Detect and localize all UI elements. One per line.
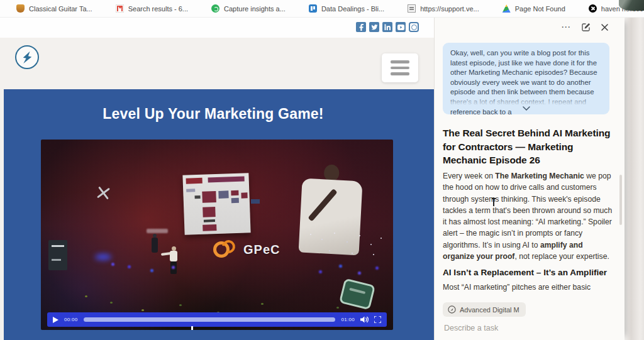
document-favicon-icon xyxy=(408,4,416,13)
x-favicon-icon xyxy=(589,4,597,13)
article-subheading: AI Isn’t a Replacement – It’s an Amplifi… xyxy=(443,268,619,277)
projected-presenter xyxy=(298,163,365,261)
hero-section: Level Up Your Marketing Game! GPeC xyxy=(4,89,434,340)
skill-chip-label: Advanced Digital M xyxy=(460,306,519,314)
fullscreen-icon[interactable] xyxy=(374,316,381,323)
stage-side-block xyxy=(251,199,260,204)
corner-overlay-shape xyxy=(619,0,644,11)
bookmark-support[interactable]: https://support.ve... xyxy=(408,4,479,13)
assistant-panel: ⋯ Okay, well, can you write a blog post … xyxy=(434,18,625,340)
pointer-marker xyxy=(191,326,193,330)
stage-green-sign xyxy=(339,278,375,310)
site-logo-lightning-icon[interactable] xyxy=(15,45,39,69)
bookmark-label: https://support.ve... xyxy=(420,5,479,13)
progress-bar[interactable] xyxy=(84,317,336,322)
bookmark-label: Search results - 6... xyxy=(128,5,188,13)
bookmark-page-not-found[interactable]: Page Not Found xyxy=(502,4,565,13)
more-options-icon[interactable]: ⋯ xyxy=(561,24,571,30)
stage-floor-lights xyxy=(85,295,87,297)
bookmark-label: Capture insights a... xyxy=(224,5,286,13)
task-input[interactable] xyxy=(444,324,608,332)
gpec-logo-text: GPeC xyxy=(243,243,280,257)
close-icon[interactable] xyxy=(601,24,608,31)
current-time: 00:00 xyxy=(64,317,78,322)
hero-title: Level Up Your Marketing Game! xyxy=(37,106,389,123)
backdrop-small-sign xyxy=(147,229,168,233)
shield-favicon-icon xyxy=(16,4,25,13)
close-icon[interactable] xyxy=(96,185,111,201)
bookmarks-bar: Classical Guitar Ta... Search results - … xyxy=(0,0,644,18)
volume-icon[interactable] xyxy=(360,316,369,323)
stage-projection-screen xyxy=(182,173,250,235)
bookmark-label: Data Dealings - Bli... xyxy=(321,5,384,13)
hamburger-menu-button[interactable] xyxy=(382,53,418,82)
gmail-favicon-icon xyxy=(116,4,124,13)
twitter-icon[interactable] xyxy=(369,22,379,32)
backdrop-lights xyxy=(310,234,311,235)
evernote-favicon-icon xyxy=(211,4,219,13)
bookmark-search-results[interactable]: Search results - 6... xyxy=(116,4,188,13)
skill-chip[interactable]: Advanced Digital M xyxy=(443,302,526,317)
video-controls-bar: 00:00 01:00 xyxy=(47,312,387,327)
stage-equipment-box xyxy=(48,240,67,270)
youtube-icon[interactable] xyxy=(396,22,406,32)
article-title: The Real Secret Behind AI Marketing for … xyxy=(443,126,616,167)
linkedin-icon[interactable] xyxy=(382,22,392,32)
speaker-on-stage xyxy=(167,246,183,279)
facebook-icon[interactable] xyxy=(356,22,366,32)
article-intro-paragraph: Every week on The Marketing Mechanic we … xyxy=(443,170,613,262)
duration-time: 01:00 xyxy=(341,317,355,322)
panel-header: ⋯ xyxy=(561,23,608,31)
panel-scrollbar[interactable] xyxy=(619,175,622,225)
bookmark-capture-insights[interactable]: Capture insights a... xyxy=(211,4,286,13)
bookmark-label: Classical Guitar Ta... xyxy=(29,5,92,13)
screen: Classical Guitar Ta... Search results - … xyxy=(0,0,644,340)
bookmark-data-dealings[interactable]: Data Dealings - Bli... xyxy=(309,4,384,13)
article-subtext: Most “AI marketing” pitches are either b… xyxy=(443,283,619,292)
social-icons-row xyxy=(356,22,419,32)
gpec-rings-icon xyxy=(213,240,236,259)
page-top-strip xyxy=(0,18,434,38)
drive-favicon-icon xyxy=(502,4,511,13)
main-page: Level Up Your Marketing Game! GPeC xyxy=(0,18,434,340)
gpec-logo: GPeC xyxy=(213,240,280,259)
bookmark-label: Page Not Found xyxy=(515,5,565,13)
bookmark-classical-guitar[interactable]: Classical Guitar Ta... xyxy=(16,4,92,13)
play-button[interactable] xyxy=(53,317,58,323)
page-header xyxy=(0,38,434,89)
skill-compass-icon xyxy=(448,305,456,314)
text-cursor xyxy=(493,199,494,206)
chevron-down-icon[interactable] xyxy=(523,102,530,113)
stage-blue-glow xyxy=(95,254,111,260)
right-edge-strip xyxy=(625,11,644,340)
stage-purple-lights xyxy=(111,263,114,266)
second-person-on-stage xyxy=(152,238,158,253)
video-player[interactable]: GPeC 00:00 01:00 xyxy=(41,140,393,330)
compose-icon[interactable] xyxy=(582,23,591,31)
instagram-icon[interactable] xyxy=(409,22,419,32)
user-message-bubble[interactable]: Okay, well, can you write a blog post fo… xyxy=(443,43,609,114)
data-favicon-icon xyxy=(309,4,317,13)
